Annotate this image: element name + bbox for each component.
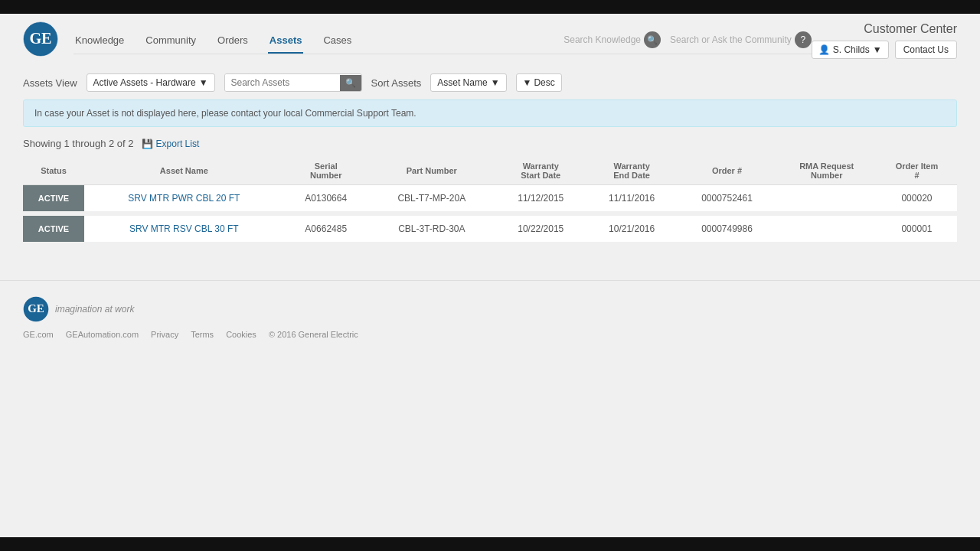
- rma-request-cell: [776, 185, 876, 214]
- footer-link-privacy[interactable]: Privacy: [151, 330, 178, 339]
- assets-view-dropdown[interactable]: Active Assets - Hardware ▼: [87, 73, 215, 92]
- order-item-cell: 000020: [877, 185, 957, 214]
- search-community-text: Search or Ask the Community: [670, 34, 792, 45]
- part-number-cell: CBL-3T-RD-30A: [368, 214, 495, 244]
- search-knowledge-icon[interactable]: 🔍: [644, 31, 661, 48]
- nav-item-cases[interactable]: Cases: [322, 31, 353, 54]
- nav-bar: Knowledge Community Orders Assets Cases …: [74, 27, 812, 54]
- assets-toolbar: Assets View Active Assets - Hardware ▼ 🔍…: [23, 73, 957, 92]
- header-right-controls: 👤 S. Childs ▼ Contact Us: [812, 41, 957, 59]
- col-status: Status: [23, 157, 84, 185]
- serial-number-cell: A0662485: [284, 214, 368, 244]
- contact-button[interactable]: Contact Us: [895, 41, 957, 59]
- header-right: Customer Center 👤 S. Childs ▼ Contact Us: [812, 22, 957, 59]
- assets-view-label: Assets View: [23, 77, 77, 89]
- nav-item-community[interactable]: Community: [144, 31, 198, 54]
- status-cell: ACTIVE: [23, 214, 84, 244]
- results-info: Showing 1 through 2 of 2 💾 Export List: [23, 138, 957, 149]
- customer-center-title: Customer Center: [864, 22, 957, 36]
- nav-item-knowledge[interactable]: Knowledge: [74, 31, 126, 54]
- desc-button[interactable]: ▼ Desc: [516, 73, 562, 92]
- nav-item-orders[interactable]: Orders: [216, 31, 250, 54]
- desc-label: Desc: [534, 77, 554, 88]
- footer-ge-logo: GE: [23, 296, 49, 322]
- footer-link-terms[interactable]: Terms: [191, 330, 214, 339]
- serial-number-cell: A0130664: [284, 185, 368, 214]
- col-asset-name: Asset Name: [84, 157, 284, 185]
- footer-link-ge[interactable]: GE.com: [23, 330, 54, 339]
- asset-name-cell: SRV MTR RSV CBL 30 FT: [84, 214, 284, 244]
- footer: GE imagination at work GE.com GEAutomati…: [0, 280, 980, 354]
- sort-assets-label: Sort Assets: [371, 77, 422, 89]
- user-icon: 👤: [818, 44, 830, 55]
- results-text: Showing 1 through 2 of 2: [23, 138, 134, 149]
- search-community-area: Search or Ask the Community ?: [670, 31, 812, 48]
- user-name: S. Childs: [833, 44, 870, 55]
- help-icon[interactable]: ?: [795, 31, 812, 48]
- assets-view-value: Active Assets - Hardware: [93, 77, 196, 88]
- search-assets-button[interactable]: 🔍: [340, 75, 361, 91]
- warranty-start-cell: 11/12/2015: [495, 185, 586, 214]
- nav-search-area: Search Knowledge 🔍 Search or Ask the Com…: [564, 31, 811, 53]
- warranty-end-cell: 11/11/2016: [586, 185, 678, 214]
- order-item-cell: 000001: [877, 214, 957, 244]
- col-serial-number: SerialNumber: [284, 157, 368, 185]
- col-part-number: Part Number: [368, 157, 495, 185]
- nav-items: Knowledge Community Orders Assets Cases: [74, 31, 564, 54]
- table-body: ACTIVE SRV MTR PWR CBL 20 FT A0130664 CB…: [23, 185, 957, 245]
- assets-table: Status Asset Name SerialNumber Part Numb…: [23, 157, 957, 246]
- order-num-cell: 0000752461: [678, 185, 777, 214]
- col-rma-request: RMA RequestNumber: [776, 157, 876, 185]
- part-number-cell: CBL-T7-MP-20A: [368, 185, 495, 214]
- sort-value: Asset Name: [437, 77, 487, 88]
- table-row: ACTIVE SRV MTR RSV CBL 30 FT A0662485 CB…: [23, 214, 957, 244]
- col-warranty-start: WarrantyStart Date: [495, 157, 586, 185]
- table-row: ACTIVE SRV MTR PWR CBL 20 FT A0130664 CB…: [23, 185, 957, 214]
- table-header: Status Asset Name SerialNumber Part Numb…: [23, 157, 957, 185]
- export-link-text: Export List: [156, 139, 200, 149]
- asset-name-link[interactable]: SRV MTR RSV CBL 30 FT: [129, 223, 239, 234]
- info-banner-text: In case your Asset is not displayed here…: [34, 108, 416, 119]
- search-assets-input[interactable]: [225, 74, 340, 91]
- order-num-cell: 0000749986: [678, 214, 777, 244]
- dropdown-arrow-icon: ▼: [873, 44, 882, 55]
- sort-dropdown[interactable]: Asset Name ▼: [430, 73, 506, 92]
- search-knowledge-text: Search Knowledge: [564, 34, 641, 45]
- header: GE Knowledge Community Orders Assets Cas…: [0, 14, 980, 63]
- assets-view-arrow-icon: ▼: [199, 77, 208, 88]
- warranty-start-cell: 10/22/2015: [495, 214, 586, 244]
- col-order-num: Order #: [678, 157, 777, 185]
- svg-text:GE: GE: [29, 30, 51, 47]
- search-knowledge-area: Search Knowledge 🔍: [564, 31, 661, 48]
- content-area: Assets View Active Assets - Hardware ▼ 🔍…: [0, 63, 980, 257]
- footer-copyright: © 2016 General Electric: [269, 330, 358, 339]
- footer-links: GE.com GEAutomation.com Privacy Terms Co…: [23, 330, 957, 339]
- status-cell: ACTIVE: [23, 185, 84, 214]
- sort-arrow-icon: ▼: [491, 77, 500, 88]
- black-bar-bottom: [0, 537, 980, 551]
- desc-arrow-icon: ▼: [523, 77, 532, 88]
- footer-link-cookies[interactable]: Cookies: [226, 330, 256, 339]
- asset-name-link[interactable]: SRV MTR PWR CBL 20 FT: [128, 193, 240, 204]
- svg-text:GE: GE: [28, 302, 44, 315]
- warranty-end-cell: 10/21/2016: [586, 214, 678, 244]
- col-order-item: Order Item#: [877, 157, 957, 185]
- footer-logo-area: GE imagination at work: [23, 296, 957, 322]
- export-link[interactable]: 💾 Export List: [142, 139, 200, 149]
- col-warranty-end: WarrantyEnd Date: [586, 157, 678, 185]
- asset-name-cell: SRV MTR PWR CBL 20 FT: [84, 185, 284, 214]
- nav-item-assets[interactable]: Assets: [268, 31, 304, 54]
- footer-link-geautomation[interactable]: GEAutomation.com: [66, 330, 139, 339]
- export-icon: 💾: [142, 139, 153, 149]
- search-assets-container: 🔍: [224, 73, 362, 92]
- rma-request-cell: [776, 214, 876, 244]
- ge-logo[interactable]: GE: [23, 21, 58, 59]
- black-bar-top: [0, 0, 980, 14]
- footer-tagline: imagination at work: [55, 304, 134, 315]
- user-dropdown[interactable]: 👤 S. Childs ▼: [812, 41, 889, 59]
- info-banner: In case your Asset is not displayed here…: [23, 99, 957, 127]
